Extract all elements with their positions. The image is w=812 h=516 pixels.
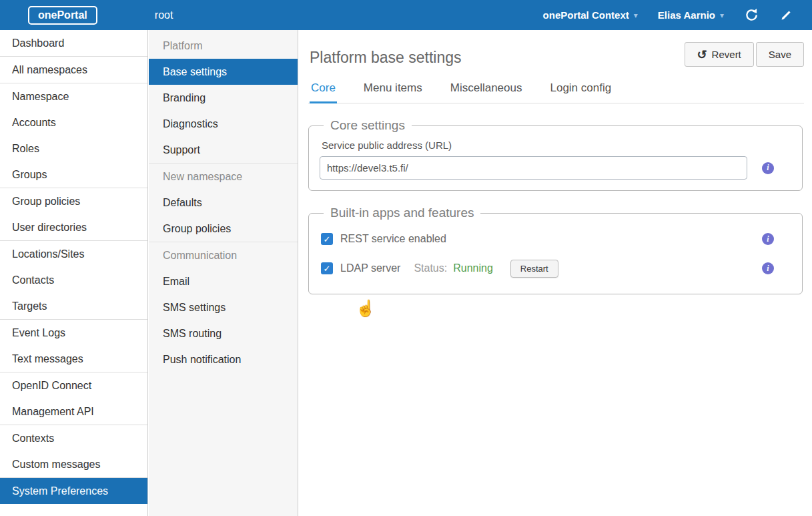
sidebar-item-group-policies[interactable]: Group policies: [0, 188, 147, 214]
tab-login-config[interactable]: Login config: [548, 77, 613, 103]
submenu-item-group-policies[interactable]: Group policies: [149, 216, 298, 242]
sidebar: Dashboard All namespaces Namespace Accou…: [0, 30, 148, 516]
submenu-item-email[interactable]: Email: [149, 268, 298, 294]
tab-core[interactable]: Core: [310, 77, 337, 103]
ldap-server-row: ✓ LDAP server Status: Running Restart i: [320, 254, 791, 283]
save-button[interactable]: Save: [756, 42, 804, 67]
chevron-down-icon: ▾: [634, 11, 638, 20]
rest-service-checkbox[interactable]: ✓: [321, 233, 333, 245]
service-url-label: Service public address (URL): [322, 140, 791, 151]
sidebar-item-contexts[interactable]: Contexts: [0, 425, 147, 451]
sidebar-item-groups[interactable]: Groups: [0, 162, 147, 188]
page-title: Platform base settings: [310, 49, 462, 67]
ldap-server-label: LDAP server: [340, 262, 400, 274]
submenu-item-support[interactable]: Support: [149, 137, 298, 163]
rest-service-row: ✓ REST service enabled i: [320, 224, 791, 254]
ldap-server-checkbox[interactable]: ✓: [321, 262, 333, 274]
submenu-header-new-namespace: New namespace: [149, 164, 298, 190]
submenu-item-diagnostics[interactable]: Diagnostics: [149, 111, 298, 137]
sidebar-item-custom-messages[interactable]: Custom messages: [0, 451, 147, 477]
submenu-item-push-notification[interactable]: Push notification: [149, 346, 298, 372]
tab-miscellaneous[interactable]: Miscellaneous: [449, 77, 524, 103]
settings-submenu: Platform Base settings Branding Diagnost…: [149, 30, 298, 516]
core-settings-group: Core settings Service public address (UR…: [308, 118, 803, 191]
check-icon: ✓: [324, 264, 331, 274]
sidebar-item-event-logs[interactable]: Event Logs: [0, 320, 147, 346]
info-icon[interactable]: i: [762, 262, 774, 274]
sidebar-item-namespace[interactable]: Namespace: [0, 83, 147, 109]
context-root-label: root: [155, 9, 173, 21]
action-buttons: ↺ Revert Save: [685, 42, 804, 67]
sidebar-item-targets[interactable]: Targets: [0, 293, 147, 319]
sidebar-item-openid-connect[interactable]: OpenID Connect: [0, 372, 147, 399]
oneportal-logo[interactable]: onePortal: [28, 6, 97, 25]
tab-bar: Core Menu items Miscellaneous Login conf…: [308, 77, 804, 103]
user-dropdown-label: Elias Aarnio: [658, 9, 715, 21]
check-icon: ✓: [324, 234, 331, 244]
revert-button-label: Revert: [712, 49, 741, 60]
sidebar-item-roles[interactable]: Roles: [0, 136, 147, 162]
context-dropdown-label: onePortal Context: [543, 9, 629, 21]
topbar-right: onePortal Context ▾ Elias Aarnio ▾: [543, 7, 793, 23]
info-icon[interactable]: i: [762, 162, 774, 174]
sidebar-item-contacts[interactable]: Contacts: [0, 267, 147, 293]
edit-icon[interactable]: [779, 8, 793, 22]
main-content: Platform base settings ↺ Revert Save Cor…: [299, 30, 812, 516]
sidebar-item-management-api[interactable]: Management API: [0, 399, 147, 425]
context-dropdown[interactable]: onePortal Context ▾: [543, 9, 638, 21]
builtin-apps-legend: Built-in apps and features: [324, 206, 480, 220]
ldap-status-value: Running: [453, 262, 493, 274]
service-url-row: i: [320, 156, 791, 180]
ldap-status-label: Status:: [414, 262, 447, 274]
info-icon[interactable]: i: [762, 233, 774, 245]
restart-button[interactable]: Restart: [510, 260, 558, 278]
sidebar-item-locations-sites[interactable]: Locations/Sites: [0, 241, 147, 267]
title-row: Platform base settings ↺ Revert Save: [308, 42, 804, 67]
submenu-section-communication: Communication Email SMS settings SMS rou…: [149, 242, 298, 372]
submenu-item-sms-settings[interactable]: SMS settings: [149, 294, 298, 320]
submenu-header-platform: Platform: [149, 33, 298, 59]
core-settings-legend: Core settings: [324, 118, 412, 133]
chevron-down-icon: ▾: [720, 11, 724, 20]
tab-menu-items[interactable]: Menu items: [362, 77, 424, 103]
rest-service-label: REST service enabled: [340, 233, 446, 245]
user-dropdown[interactable]: Elias Aarnio ▾: [658, 9, 724, 21]
sidebar-item-text-messages[interactable]: Text messages: [0, 346, 147, 372]
sidebar-item-system-preferences[interactable]: System Preferences: [0, 478, 147, 504]
submenu-section-new-namespace: New namespace Defaults Group policies: [149, 163, 298, 242]
revert-button[interactable]: ↺ Revert: [685, 42, 754, 67]
submenu-item-base-settings[interactable]: Base settings: [149, 59, 298, 85]
sidebar-item-accounts[interactable]: Accounts: [0, 109, 147, 136]
sidebar-item-user-directories[interactable]: User directories: [0, 214, 147, 240]
sidebar-item-all-namespaces[interactable]: All namespaces: [0, 57, 147, 83]
submenu-header-communication: Communication: [149, 242, 298, 268]
refresh-icon[interactable]: [744, 7, 759, 23]
submenu-item-branding[interactable]: Branding: [149, 85, 298, 111]
revert-icon: ↺: [697, 49, 707, 61]
submenu-section-platform: Platform Base settings Branding Diagnost…: [149, 33, 298, 163]
service-url-input[interactable]: [320, 156, 747, 180]
builtin-apps-group: Built-in apps and features ✓ REST servic…: [308, 206, 803, 294]
submenu-item-sms-routing[interactable]: SMS routing: [149, 320, 298, 346]
sidebar-item-dashboard[interactable]: Dashboard: [0, 30, 147, 56]
topbar: onePortal root onePortal Context ▾ Elias…: [0, 0, 812, 30]
submenu-item-defaults[interactable]: Defaults: [149, 190, 298, 216]
